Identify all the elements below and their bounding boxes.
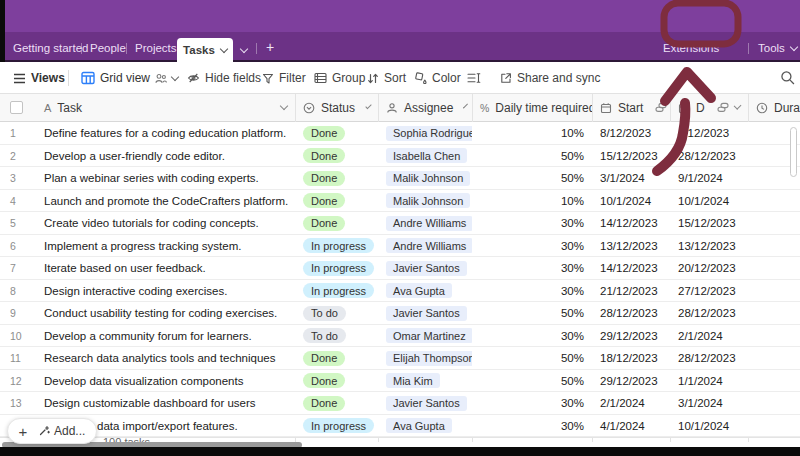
assignee-cell[interactable]: Javier Santos xyxy=(378,257,472,279)
row-height-button[interactable] xyxy=(467,62,481,94)
assignee-cell[interactable]: Omar Martinez xyxy=(378,325,472,347)
start-date-cell[interactable]: 13/12/2023 xyxy=(592,235,670,257)
assignee-cell[interactable]: Mia Kim xyxy=(378,370,472,392)
vertical-scrollbar-thumb[interactable] xyxy=(790,127,797,177)
color-button[interactable]: Color xyxy=(414,62,461,94)
row-number[interactable]: 11 xyxy=(0,347,36,369)
end-date-cell[interactable]: 9/1/2024 xyxy=(670,167,748,189)
table-tab-projects[interactable]: Projects xyxy=(135,42,177,54)
duration-cell[interactable] xyxy=(748,190,800,212)
assignee-cell[interactable]: Isabella Chen xyxy=(378,145,472,167)
end-date-cell[interactable]: 20/12/2023 xyxy=(670,257,748,279)
column-header-assignee[interactable]: Assignee xyxy=(378,94,472,121)
duration-cell[interactable] xyxy=(748,280,800,302)
extensions-button[interactable]: Extensions xyxy=(663,42,719,54)
column-chevron-icon[interactable] xyxy=(463,104,468,109)
duration-cell[interactable] xyxy=(748,392,800,414)
task-cell[interactable]: Implement a progress tracking system. xyxy=(36,235,295,257)
status-cell[interactable]: In progress xyxy=(295,257,378,279)
task-cell[interactable]: Design customizable dashboard for users xyxy=(36,392,295,414)
daily-time-cell[interactable]: 10% xyxy=(472,122,592,144)
column-chevron-icon[interactable] xyxy=(365,103,371,109)
end-date-cell[interactable]: 3/1/2024 xyxy=(670,392,748,414)
duration-cell[interactable] xyxy=(748,370,800,392)
share-and-sync-button[interactable]: Share and sync xyxy=(500,62,600,94)
start-date-cell[interactable]: 14/12/2023 xyxy=(592,212,670,234)
start-date-cell[interactable]: 10/1/2024 xyxy=(592,190,670,212)
select-all-checkbox[interactable] xyxy=(0,94,36,121)
assignee-cell[interactable]: Sophia Rodriguez xyxy=(378,122,472,144)
row-number[interactable]: 4 xyxy=(0,190,36,212)
row-number[interactable]: 13 xyxy=(0,392,36,414)
status-cell[interactable]: In progress xyxy=(295,235,378,257)
table-tab-people[interactable]: People xyxy=(90,42,126,54)
status-cell[interactable]: Done xyxy=(295,122,378,144)
column-header-status[interactable]: Status xyxy=(295,94,378,121)
end-date-cell[interactable]: 28/12/2023 xyxy=(670,145,748,167)
task-cell[interactable]: Develop a user-friendly code editor. xyxy=(36,145,295,167)
end-date-cell[interactable]: 15/12/2023 xyxy=(670,212,748,234)
task-cell[interactable]: Develop data visualization components xyxy=(36,370,295,392)
duration-cell[interactable] xyxy=(748,325,800,347)
end-date-cell[interactable]: 28/12/2023 xyxy=(670,347,748,369)
add-table-button[interactable]: + xyxy=(266,39,274,55)
plus-icon[interactable]: + xyxy=(8,423,38,440)
start-date-cell[interactable]: 29/12/2023 xyxy=(592,325,670,347)
column-chevron-icon[interactable] xyxy=(280,102,288,110)
status-cell[interactable]: In progress xyxy=(295,415,378,437)
daily-time-cell[interactable]: 50% xyxy=(472,145,592,167)
status-cell[interactable]: Done xyxy=(295,212,378,234)
column-header-duration[interactable]: Duration xyxy=(748,94,800,121)
table-tab-getting-started[interactable]: Getting started xyxy=(13,42,88,54)
row-number[interactable]: 9 xyxy=(0,302,36,324)
daily-time-cell[interactable]: 30% xyxy=(472,415,592,437)
start-date-cell[interactable]: 8/12/2023 xyxy=(592,122,670,144)
status-cell[interactable]: Done xyxy=(295,167,378,189)
start-date-cell[interactable]: 14/12/2023 xyxy=(592,257,670,279)
row-number[interactable]: 8 xyxy=(0,280,36,302)
column-header-date2[interactable]: D xyxy=(670,94,748,121)
end-date-cell[interactable]: 2/1/2024 xyxy=(670,325,748,347)
assignee-cell[interactable]: Elijah Thompson xyxy=(378,347,472,369)
assignee-cell[interactable]: Malik Johnson xyxy=(378,167,472,189)
row-number[interactable]: 2 xyxy=(0,145,36,167)
daily-time-cell[interactable]: 10% xyxy=(472,190,592,212)
status-cell[interactable]: To do xyxy=(295,302,378,324)
task-cell[interactable]: Define features for a coding education p… xyxy=(36,122,295,144)
end-date-cell[interactable]: 1/1/2024 xyxy=(670,370,748,392)
daily-time-cell[interactable]: 30% xyxy=(472,392,592,414)
views-button[interactable]: Views xyxy=(13,62,65,94)
task-cell[interactable]: Research data analytics tools and techni… xyxy=(36,347,295,369)
duration-cell[interactable] xyxy=(748,235,800,257)
start-date-cell[interactable]: 28/12/2023 xyxy=(592,302,670,324)
daily-time-cell[interactable]: 30% xyxy=(472,212,592,234)
status-cell[interactable]: Done xyxy=(295,370,378,392)
start-date-cell[interactable]: 3/1/2024 xyxy=(592,167,670,189)
column-header-daily-time[interactable]: % Daily time required xyxy=(472,94,592,121)
end-date-cell[interactable]: 10/1/2024 xyxy=(670,190,748,212)
end-date-cell[interactable]: 27/12/2023 xyxy=(670,280,748,302)
column-header-start[interactable]: Start xyxy=(592,94,670,121)
task-cell[interactable]: Develop a community forum for learners. xyxy=(36,325,295,347)
grid-view-button[interactable]: Grid view xyxy=(81,62,178,94)
row-number[interactable]: 5 xyxy=(0,212,36,234)
daily-time-cell[interactable]: 30% xyxy=(472,257,592,279)
end-date-cell[interactable]: 28/12/2023 xyxy=(670,302,748,324)
sort-button[interactable]: Sort xyxy=(367,62,406,94)
row-number[interactable]: 3 xyxy=(0,167,36,189)
duration-cell[interactable] xyxy=(748,257,800,279)
column-header-task[interactable]: A Task xyxy=(36,94,295,121)
task-cell[interactable]: Design interactive coding exercises. xyxy=(36,280,295,302)
tools-button[interactable]: Tools xyxy=(758,42,797,54)
start-date-cell[interactable]: 18/12/2023 xyxy=(592,347,670,369)
group-button[interactable]: Group xyxy=(314,62,365,94)
end-date-cell[interactable]: 4/12/2023 xyxy=(670,122,748,144)
start-date-cell[interactable]: 21/12/2023 xyxy=(592,280,670,302)
task-cell[interactable]: Create video tutorials for coding concep… xyxy=(36,212,295,234)
task-cell[interactable]: Conduct usability testing for coding exe… xyxy=(36,302,295,324)
assignee-cell[interactable]: Javier Santos xyxy=(378,392,472,414)
task-cell[interactable]: Launch and promote the CodeCrafters plat… xyxy=(36,190,295,212)
row-number[interactable]: 1 xyxy=(0,122,36,144)
search-button[interactable] xyxy=(780,70,795,89)
start-date-cell[interactable]: 4/1/2024 xyxy=(592,415,670,437)
